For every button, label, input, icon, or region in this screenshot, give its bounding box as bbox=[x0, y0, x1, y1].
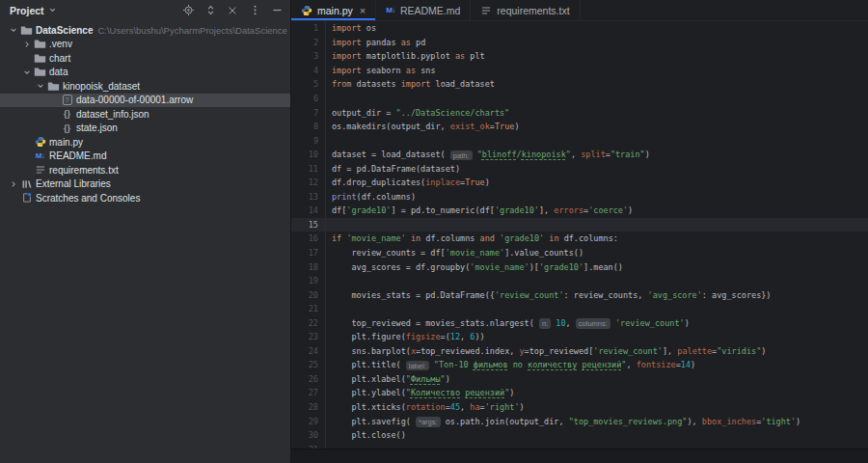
editor-bottom-strip bbox=[291, 449, 868, 463]
code-line-1[interactable]: 1import os bbox=[291, 21, 868, 36]
line-number[interactable]: 16 bbox=[291, 232, 326, 246]
tree-item-readme-md[interactable]: M↓README.md bbox=[0, 150, 290, 164]
line-number[interactable]: 8 bbox=[291, 120, 326, 134]
locate-button[interactable] bbox=[180, 3, 196, 18]
code-line-28[interactable]: 28 plt.xticks(rotation=45, ha='right') bbox=[291, 400, 868, 415]
code-line-15[interactable]: 15 bbox=[291, 218, 868, 232]
line-number[interactable]: 13 bbox=[291, 190, 326, 204]
code-line-13[interactable]: 13print(df.columns) bbox=[291, 190, 868, 204]
code-line-23[interactable]: 23 plt.figure(figsize=(12, 6)) bbox=[291, 330, 868, 344]
code-line-9[interactable]: 9 bbox=[291, 133, 868, 148]
code-line-22[interactable]: 22 top_reviewed = movies_stats.nlargest(… bbox=[291, 315, 868, 330]
chevron-right-icon[interactable] bbox=[8, 180, 19, 188]
code-line-29[interactable]: 29 plt.savefig( *args: os.path.join(outp… bbox=[291, 414, 868, 428]
line-number[interactable]: 11 bbox=[291, 161, 326, 176]
tree-item-label: Scratches and Consoles bbox=[36, 193, 140, 204]
line-number[interactable]: 24 bbox=[291, 344, 326, 359]
tree-item-chart[interactable]: chart bbox=[0, 51, 290, 66]
line-number[interactable]: 26 bbox=[291, 372, 326, 387]
code-line-8[interactable]: 8os.makedirs(output_dir, exist_ok=True) bbox=[291, 120, 868, 134]
project-panel-title[interactable]: Project bbox=[10, 5, 57, 16]
line-number[interactable]: 4 bbox=[291, 64, 326, 78]
tree-item-requirements-txt[interactable]: requirements.txt bbox=[0, 163, 290, 177]
tree-icon-slot bbox=[19, 24, 34, 37]
chevron-down-icon[interactable] bbox=[8, 26, 19, 34]
code-line-21[interactable]: 21 bbox=[291, 302, 868, 316]
code-editor[interactable]: 1import os2import pandas as pd3import ma… bbox=[291, 21, 868, 456]
code-line-11[interactable]: 11df = pd.DataFrame(dataset) bbox=[291, 161, 868, 176]
line-number[interactable]: 30 bbox=[291, 428, 326, 443]
code-line-30[interactable]: 30 plt.close() bbox=[291, 428, 868, 443]
line-number[interactable]: 14 bbox=[291, 204, 326, 218]
tree-item-kinopoisk-dataset[interactable]: kinopoisk_dataset bbox=[0, 79, 290, 94]
line-number[interactable]: 12 bbox=[291, 176, 326, 190]
code-line-25[interactable]: 25 plt.title( label: "Топ-10 фильмов по … bbox=[291, 358, 868, 372]
line-number[interactable]: 1 bbox=[291, 21, 326, 36]
code-line-2[interactable]: 2import pandas as pd bbox=[291, 36, 868, 50]
folder-icon bbox=[47, 80, 60, 93]
expand-button[interactable] bbox=[203, 3, 218, 18]
code-line-17[interactable]: 17 review_counts = df['movie_name'].valu… bbox=[291, 246, 868, 260]
tree-item-state-json[interactable]: {}state.json bbox=[0, 122, 290, 136]
line-number[interactable]: 3 bbox=[291, 49, 326, 64]
chevron-down-icon[interactable] bbox=[21, 68, 33, 76]
line-number[interactable]: 17 bbox=[291, 246, 326, 260]
code-line-16[interactable]: 16if 'movie_name' in df.columns and 'gra… bbox=[291, 232, 868, 246]
collapse-all-icon bbox=[227, 5, 238, 16]
code-line-27[interactable]: 27 plt.ylabel("Количество рецензий") bbox=[291, 386, 868, 400]
json-icon: {} bbox=[64, 123, 70, 133]
code-line-10[interactable]: 10dataset = load_dataset( path: "blinoff… bbox=[291, 148, 868, 162]
line-number[interactable]: 21 bbox=[291, 302, 326, 316]
line-number[interactable]: 27 bbox=[291, 386, 326, 400]
code-line-19[interactable]: 19 bbox=[291, 274, 868, 288]
tree-item-data-00000-of-00001-arrow[interactable]: ?data-00000-of-00001.arrow bbox=[0, 94, 290, 108]
line-number[interactable]: 18 bbox=[291, 259, 326, 274]
chevron-down-icon[interactable] bbox=[35, 82, 46, 90]
chevron-right-icon bbox=[23, 41, 31, 48]
code-line-26[interactable]: 26 plt.xlabel("Фильмы") bbox=[291, 372, 868, 387]
project-panel-toolbar bbox=[180, 3, 285, 18]
code-line-20[interactable]: 20 movies_stats = pd.DataFrame({'review_… bbox=[291, 287, 868, 302]
code-line-24[interactable]: 24 sns.barplot(x=top_reviewed.index, y=t… bbox=[291, 344, 868, 359]
code-line-12[interactable]: 12df.drop_duplicates(inplace=True) bbox=[291, 176, 868, 190]
line-number[interactable]: 29 bbox=[291, 414, 326, 428]
tree-item-dataset-info-json[interactable]: {}dataset_info.json bbox=[0, 107, 290, 122]
code-line-5[interactable]: 5from datasets import load_dataset bbox=[291, 77, 868, 92]
line-number[interactable]: 23 bbox=[291, 330, 326, 344]
line-number[interactable]: 9 bbox=[291, 133, 326, 148]
chevron-right-icon[interactable] bbox=[21, 41, 33, 48]
line-number[interactable]: 2 bbox=[291, 36, 326, 50]
code-line-3[interactable]: 3import matplotlib.pyplot as plt bbox=[291, 49, 868, 64]
tab-requirements-txt[interactable]: requirements.txt bbox=[471, 0, 580, 20]
tree-item--venv[interactable]: .venv bbox=[0, 38, 290, 52]
line-number[interactable]: 6 bbox=[291, 92, 326, 106]
tree-item-main-py[interactable]: main.py bbox=[0, 135, 290, 150]
tree-item-external-libraries[interactable]: External Libraries bbox=[0, 177, 290, 192]
code-line-4[interactable]: 4import seaborn as sns bbox=[291, 64, 868, 78]
code-line-7[interactable]: 7output_dir = "../DataScience/charts" bbox=[291, 105, 868, 120]
line-number[interactable]: 10 bbox=[291, 148, 326, 162]
code-line-6[interactable]: 6 bbox=[291, 92, 868, 106]
code-line-18[interactable]: 18 avg_scores = df.groupby('movie_name')… bbox=[291, 259, 868, 274]
line-number[interactable]: 25 bbox=[291, 358, 326, 372]
line-number[interactable]: 19 bbox=[291, 274, 326, 288]
line-number[interactable]: 15 bbox=[291, 218, 326, 232]
line-number[interactable]: 28 bbox=[291, 400, 326, 415]
code-text: sns.barplot(x=top_reviewed.index, y=top_… bbox=[326, 346, 766, 356]
tab-main-py[interactable]: main.py× bbox=[291, 0, 376, 20]
tree-item-data[interactable]: data bbox=[0, 66, 290, 80]
tree-icon-slot: ? bbox=[60, 95, 74, 105]
line-number[interactable]: 22 bbox=[291, 315, 326, 330]
hide-button[interactable] bbox=[269, 3, 285, 18]
more-button[interactable] bbox=[247, 3, 262, 18]
tab-readme-md[interactable]: M↓README.md bbox=[376, 0, 471, 20]
project-panel-title-label: Project bbox=[10, 5, 44, 16]
close-tab-icon[interactable]: × bbox=[360, 6, 366, 15]
code-line-14[interactable]: 14df['grade10'] = pd.to_numeric(df['grad… bbox=[291, 204, 868, 218]
line-number[interactable]: 5 bbox=[291, 77, 326, 92]
line-number[interactable]: 7 bbox=[291, 105, 326, 120]
line-number[interactable]: 20 bbox=[291, 287, 326, 302]
tree-item-scratches-and-consoles[interactable]: Scratches and Consoles bbox=[0, 191, 290, 205]
collapse-all-button[interactable] bbox=[225, 3, 240, 18]
tree-item-datascience[interactable]: DataScienceC:\Users\bushu\PycharmProject… bbox=[0, 23, 290, 38]
